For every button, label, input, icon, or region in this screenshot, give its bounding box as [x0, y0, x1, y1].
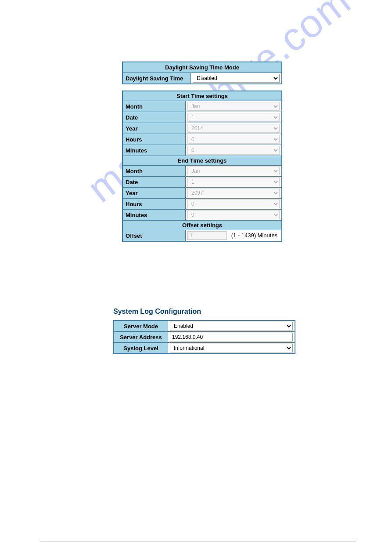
offset-hint: (1 - 1439) Minutes: [229, 232, 278, 239]
server-address-input[interactable]: [170, 333, 293, 341]
start-hours-select[interactable]: 0: [187, 135, 280, 144]
server-address-label: Server Address: [114, 332, 168, 343]
start-month-select[interactable]: Jan: [187, 102, 280, 111]
dst-time-table: Start Time settings Month Jan Date 1 Yea…: [122, 91, 282, 242]
syslog-level-select[interactable]: Informational: [170, 344, 293, 352]
start-hours-label: Hours: [122, 134, 186, 145]
start-date-label: Date: [122, 112, 186, 123]
dst-mode-select[interactable]: Disabled: [193, 74, 280, 83]
start-year-label: Year: [122, 123, 186, 134]
start-month-label: Month: [122, 101, 186, 112]
server-mode-label: Server Mode: [114, 320, 168, 332]
end-month-label: Month: [122, 166, 186, 177]
footer-divider: [40, 541, 356, 541]
syslog-level-label: Syslog Level: [114, 343, 168, 354]
offset-header: Offset settings: [122, 221, 282, 230]
start-minutes-label: Minutes: [122, 145, 186, 156]
offset-label: Offset: [122, 230, 186, 242]
end-year-select[interactable]: 2097: [187, 189, 280, 197]
start-time-header: Start Time settings: [122, 91, 282, 101]
syslog-section: System Log Configuration Server Mode Ena…: [113, 308, 295, 354]
server-mode-select[interactable]: Enabled: [170, 322, 293, 330]
end-hours-select[interactable]: 0: [187, 200, 280, 208]
end-year-label: Year: [122, 188, 186, 199]
end-minutes-label: Minutes: [122, 210, 186, 221]
dst-mode-header: Daylight Saving Time Mode: [122, 62, 282, 73]
offset-input[interactable]: [187, 231, 227, 240]
start-minutes-select[interactable]: 0: [187, 146, 280, 155]
start-date-select[interactable]: 1: [187, 113, 280, 122]
end-month-select[interactable]: Jan: [187, 167, 280, 175]
end-time-header: End Time settings: [122, 156, 282, 166]
end-minutes-select[interactable]: 0: [187, 210, 280, 219]
start-year-select[interactable]: 2014: [187, 124, 280, 133]
dst-section: Daylight Saving Time Mode Daylight Savin…: [122, 62, 282, 242]
dst-mode-table: Daylight Saving Time Mode Daylight Savin…: [122, 62, 282, 84]
syslog-table: Server Mode Enabled Server Address Syslo…: [113, 320, 295, 354]
end-hours-label: Hours: [122, 199, 186, 210]
end-date-select[interactable]: 1: [187, 178, 280, 186]
syslog-title: System Log Configuration: [113, 308, 295, 316]
dst-mode-label: Daylight Saving Time: [122, 73, 191, 84]
end-date-label: Date: [122, 177, 186, 188]
